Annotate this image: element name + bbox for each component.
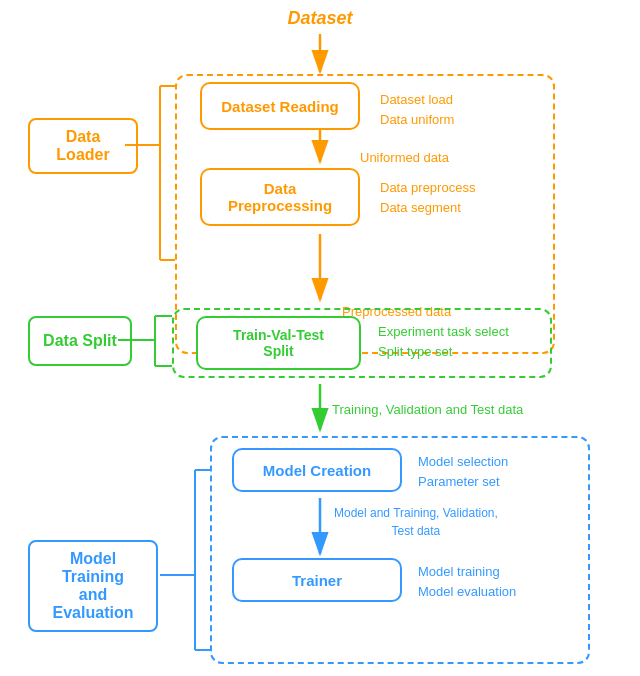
model-training-label: Model Training and Evaluation [28, 540, 158, 632]
train-val-test-split-box: Train-Val-Test Split [196, 316, 361, 370]
diagram: Dataset Data Loader Dataset Reading Data… [0, 0, 640, 676]
trainer-box: Trainer [232, 558, 402, 602]
uniformed-data-label: Uniformed data [360, 148, 449, 168]
data-preprocessing-box: Data Preprocessing [200, 168, 360, 226]
dataset-label: Dataset [287, 8, 352, 29]
model-creation-box: Model Creation [232, 448, 402, 492]
train-val-test-annotations: Experiment task select Split type set [378, 322, 509, 361]
data-split-label: Data Split [28, 316, 132, 366]
trainer-annotations: Model training Model evaluation [418, 562, 516, 601]
tvt-data-label: Training, Validation and Test data [332, 400, 523, 420]
data-preprocessing-annotations: Data preprocess Data segment [380, 178, 475, 217]
dataset-reading-box: Dataset Reading [200, 82, 360, 130]
model-creation-annotations: Model selection Parameter set [418, 452, 508, 491]
model-tvt-data-label: Model and Training, Validation, Test dat… [334, 504, 498, 540]
data-loader-label: Data Loader [28, 118, 138, 174]
dataset-reading-annotations: Dataset load Data uniform [380, 90, 454, 129]
